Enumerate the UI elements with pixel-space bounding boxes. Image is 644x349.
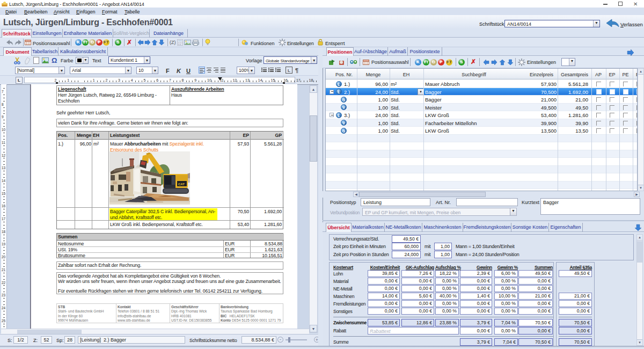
svg-text:CAT: CAT xyxy=(178,183,185,186)
